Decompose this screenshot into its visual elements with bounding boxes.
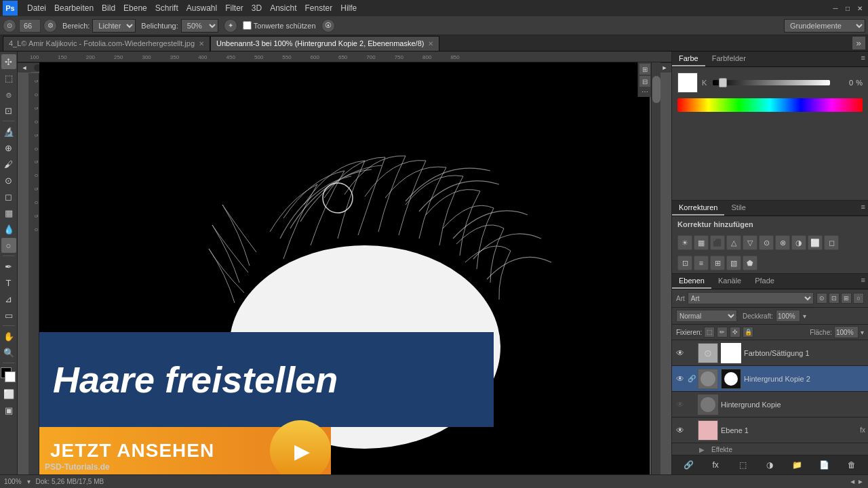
korr-icon-vibrance[interactable]: ▽ [743, 235, 757, 250]
menu-fenster[interactable]: Fenster [305, 3, 333, 13]
status-next-btn[interactable]: ► [857, 478, 864, 485]
lasso-tool[interactable]: ⌾ [1, 87, 16, 102]
layer-add-style-btn[interactable]: fx [709, 458, 722, 472]
flaeche-arrow[interactable]: ▾ [861, 329, 864, 336]
layer-filter-btn-2[interactable]: ⊡ [829, 293, 840, 304]
korr-icon-posterize[interactable]: ≡ [694, 256, 709, 270]
layer-link-btn[interactable]: 🔗 [682, 458, 695, 472]
menu-bearbeiten[interactable]: Bearbeiten [54, 3, 94, 13]
status-prev-btn[interactable]: ◄ [849, 478, 856, 485]
korr-icon-brightness[interactable]: ☀ [677, 235, 692, 250]
eraser-tool[interactable]: ◻ [1, 189, 16, 204]
menu-3d[interactable]: 3D [252, 3, 262, 13]
korrekturen-panel-menu[interactable]: ≡ [859, 201, 868, 216]
korr-icon-photo[interactable]: ⬜ [808, 235, 823, 250]
korr-icon-exposure[interactable]: △ [726, 235, 741, 250]
tab-1[interactable]: Unbenannt-3 bei 100% (Hintergrund Kopie … [210, 36, 439, 51]
layer-eye-farbton[interactable]: 👁 [675, 348, 686, 359]
menu-filter[interactable]: Filter [225, 3, 243, 13]
tab-0-close[interactable]: ✕ [199, 40, 204, 47]
panel-icon-2[interactable]: ⊟ [639, 76, 650, 87]
fix-icon-4[interactable]: 🔒 [743, 327, 753, 338]
minimize-button[interactable]: ─ [830, 3, 841, 14]
path-tool[interactable]: ⊿ [1, 291, 16, 306]
color-panel-menu[interactable]: ≡ [859, 52, 868, 66]
korr-icon-selective[interactable]: ⬟ [743, 256, 757, 270]
gradient-tool[interactable]: ▦ [1, 205, 16, 220]
background-color[interactable] [5, 371, 16, 382]
menu-ansicht[interactable]: Ansicht [270, 3, 296, 13]
color-preview[interactable] [677, 73, 698, 93]
layer-eye-hintergrund-kopie2[interactable]: 👁 [675, 373, 686, 384]
menu-auswahl[interactable]: Auswahl [186, 3, 217, 13]
layer-item-ebene1[interactable]: 👁 Ebene 1 fx [672, 418, 868, 443]
menu-hilfe[interactable]: Hilfe [340, 3, 357, 13]
tab-0[interactable]: 4_L© Amir Kaljikovic - Fotolia.com-Wiede… [3, 36, 210, 51]
tonwerte-checkbox[interactable] [243, 21, 252, 30]
layer-filter-toggle[interactable]: ○ [853, 293, 864, 304]
korr-icon-hue[interactable]: ⊙ [759, 235, 774, 250]
screen-mode-tool[interactable]: ▣ [1, 403, 16, 418]
menu-bild[interactable]: Bild [102, 3, 115, 13]
canvas-bg[interactable]: Haare freistellen JETZT ANSEHEN ▶ PSD-Tu… [39, 62, 650, 474]
slider-track[interactable] [713, 80, 830, 85]
workspace-select[interactable]: Grundelemente [784, 19, 865, 33]
tab-kanaele[interactable]: Kanäle [711, 274, 748, 289]
layer-add-group-btn[interactable]: 📁 [791, 458, 804, 472]
fix-icon-2[interactable]: ✏ [717, 327, 728, 338]
slider-thumb[interactable] [719, 78, 727, 87]
layer-eye-hintergrund-kopie[interactable]: 👁 [675, 399, 686, 410]
bereich-select[interactable]: Lichter [92, 19, 136, 33]
tonwerte-icon[interactable]: ⦿ [321, 19, 335, 33]
panel-icon-1[interactable]: ⊞ [639, 64, 650, 75]
pen-tool[interactable]: ✒ [1, 259, 16, 274]
layer-eye-ebene1[interactable]: 👁 [675, 425, 686, 436]
shape-tool[interactable]: ▭ [1, 308, 16, 323]
belichtung-select[interactable]: 50% [181, 19, 218, 33]
hand-tool[interactable]: ✋ [1, 329, 16, 344]
tab-farbfelder[interactable]: Farbfelder [705, 52, 753, 66]
dodge-tool[interactable]: ○ [1, 238, 16, 253]
color-spectrum[interactable] [677, 98, 863, 112]
layer-item-farbton[interactable]: 👁 ⊙ Farbton/Sättigung 1 [672, 340, 868, 366]
tab-scroll-button[interactable]: » [852, 37, 865, 49]
menu-ebene[interactable]: Ebene [123, 3, 147, 13]
play-button[interactable]: ▶ [270, 420, 331, 474]
korr-icon-gradient[interactable]: ▧ [726, 256, 741, 270]
eyedropper-tool[interactable]: 🔬 [1, 124, 16, 139]
opacity-input[interactable] [776, 310, 800, 322]
layer-filter-btn-1[interactable]: ⊙ [816, 293, 827, 304]
layer-delete-btn[interactable]: 🗑 [845, 458, 859, 472]
scrollbar-vertical[interactable] [651, 62, 660, 474]
blend-mode-select[interactable]: Normal [676, 310, 737, 322]
healing-tool[interactable]: ⊕ [1, 140, 16, 155]
korr-icon-threshold[interactable]: ⊞ [710, 256, 725, 270]
opacity-arrow[interactable]: ▾ [803, 312, 806, 320]
brush-shape-button[interactable]: ⊙ [3, 19, 16, 33]
fix-icon-3[interactable]: ✣ [730, 327, 741, 338]
tab-farbe[interactable]: Farbe [672, 52, 705, 66]
layer-item-hintergrund-kopie[interactable]: 👁 Hintergrund Kopie [672, 392, 868, 418]
korr-icon-balance[interactable]: ⊗ [775, 235, 790, 250]
tab-stile[interactable]: Stile [724, 201, 752, 216]
maximize-button[interactable]: □ [842, 3, 853, 14]
layer-add-btn[interactable]: 📄 [818, 458, 831, 472]
ebenen-panel-menu[interactable]: ≡ [859, 274, 868, 289]
tab-pfade[interactable]: Pfade [748, 274, 781, 289]
brush-tool[interactable]: 🖌 [1, 157, 16, 171]
layer-add-mask-btn[interactable]: ⬚ [736, 458, 749, 472]
tab-korrekturen[interactable]: Korrekturen [672, 201, 724, 216]
blur-tool[interactable]: 💧 [1, 222, 16, 237]
text-tool[interactable]: T [1, 275, 16, 290]
crop-tool[interactable]: ⊡ [1, 103, 16, 118]
layer-add-adjustment-btn[interactable]: ◑ [763, 458, 776, 472]
clone-tool[interactable]: ⊙ [1, 173, 16, 188]
korr-icon-bw[interactable]: ◑ [791, 235, 806, 250]
korr-icon-channel[interactable]: ◻ [824, 235, 839, 250]
layer-link-hintergrund-kopie2[interactable]: 🔗 [687, 374, 696, 384]
panel-icon-3[interactable]: ⋯ [642, 88, 648, 96]
zoom-tool[interactable]: 🔍 [1, 345, 16, 360]
zoom-arrow[interactable]: ▾ [27, 478, 31, 485]
tab-1-close[interactable]: ✕ [428, 40, 433, 47]
airbrush-button[interactable]: ✦ [224, 19, 237, 33]
